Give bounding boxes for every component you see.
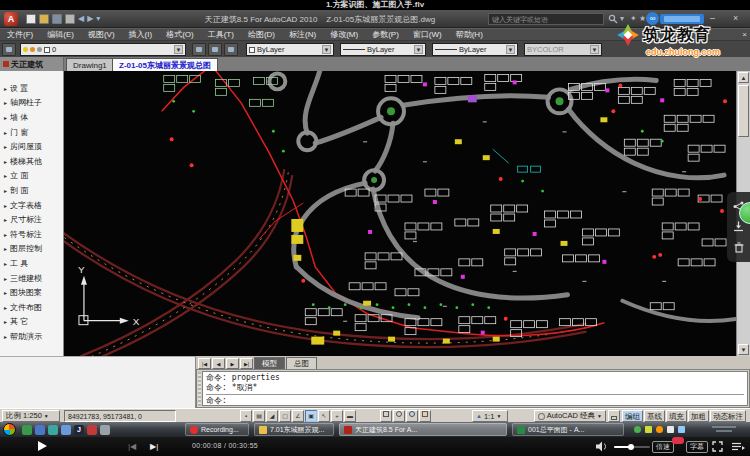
color-combo-arrow-icon[interactable]: ▼ xyxy=(322,45,331,54)
sidebar-item-help-demo[interactable]: ▸帮助演示 xyxy=(0,329,63,344)
speed-button[interactable]: 倍速 xyxy=(652,441,674,453)
sidebar-item-stair-other[interactable]: ▸楼梯其他 xyxy=(0,154,63,169)
layer-combo-arrow-icon[interactable]: ▼ xyxy=(174,45,183,54)
model-space-icon[interactable] xyxy=(380,410,392,422)
sidebar-item-3d-model[interactable]: ▸三维建模 xyxy=(0,271,63,286)
open-file-icon[interactable] xyxy=(39,14,49,24)
bold-toggle[interactable]: 加粗 xyxy=(688,410,709,422)
sidebar-item-file-layout[interactable]: ▸文件布图 xyxy=(0,300,63,315)
menu-view[interactable]: 视图(V) xyxy=(81,29,122,41)
scroll-up-icon[interactable]: ▲ xyxy=(738,72,749,83)
qat-dropdown-icon[interactable]: ▾ xyxy=(96,14,100,24)
command-grip-handle[interactable] xyxy=(198,372,201,407)
scroll-down-icon[interactable]: ▼ xyxy=(738,344,749,355)
start-button-icon[interactable] xyxy=(3,423,16,436)
sidebar-item-door-window[interactable]: ▸门 窗 xyxy=(0,125,63,140)
minimize-button[interactable]: – xyxy=(710,13,715,23)
otrack-toggle[interactable]: ▣ xyxy=(305,410,317,422)
baseline-toggle[interactable]: 基线 xyxy=(644,410,665,422)
menu-tools[interactable]: 工具(T) xyxy=(201,29,241,41)
layer-manager-icon[interactable] xyxy=(2,43,16,56)
menu-format[interactable]: 格式(O) xyxy=(159,29,201,41)
sidebar-item-room-roof[interactable]: ▸房间屋顶 xyxy=(0,139,63,154)
workspace-dropdown[interactable]: AutoCAD 经典 ▼ xyxy=(534,410,606,422)
quick-launch-icon-5[interactable] xyxy=(87,425,97,435)
menu-file[interactable]: 文件(F) xyxy=(0,29,40,41)
menu-insert[interactable]: 插入(I) xyxy=(122,29,160,41)
sidebar-item-wall[interactable]: ▸墙 体 xyxy=(0,110,63,125)
linetype-combo-arrow-icon[interactable]: ▼ xyxy=(414,45,423,54)
trash-icon[interactable] xyxy=(734,242,744,253)
save-icon[interactable] xyxy=(52,14,62,24)
search-input[interactable] xyxy=(488,13,604,25)
download-icon[interactable] xyxy=(733,221,744,232)
next-tab-icon[interactable]: ▶ xyxy=(226,358,239,369)
doc-tab-active-drawing[interactable]: Z-01-05东城丽景景观总图 xyxy=(112,58,218,71)
group-toggle[interactable]: 编组 xyxy=(622,410,643,422)
play-icon[interactable] xyxy=(38,441,47,451)
autocad-logo-icon[interactable]: A xyxy=(4,12,18,26)
sidebar-item-elevation[interactable]: ▸立 面 xyxy=(0,169,63,184)
doc-tab-drawing1[interactable]: Drawing1 xyxy=(66,58,114,71)
playlist-icon[interactable] xyxy=(732,442,745,451)
quick-launch-icon-1[interactable] xyxy=(22,425,32,435)
sidebar-item-section[interactable]: ▸剖 面 xyxy=(0,183,63,198)
quick-launch-icon-2[interactable] xyxy=(35,425,45,435)
snap-toggle[interactable]: ▪ xyxy=(240,410,252,422)
new-file-icon[interactable] xyxy=(26,14,36,24)
volume-slider-handle[interactable] xyxy=(628,444,634,450)
command-prompt[interactable]: 命令: xyxy=(206,396,744,406)
first-tab-icon[interactable]: |◀ xyxy=(198,358,211,369)
sidebar-item-tools[interactable]: ▸工 具 xyxy=(0,256,63,271)
previous-episode-icon[interactable]: |◀ xyxy=(128,442,136,451)
quick-view-icon[interactable] xyxy=(393,410,405,422)
last-tab-icon[interactable]: ▶| xyxy=(240,358,253,369)
model-tab[interactable]: 模型 xyxy=(254,357,285,369)
sidebar-item-layer-control[interactable]: ▸图层控制 xyxy=(0,242,63,257)
command-window[interactable]: 命令: properties 命令: *取消* 命令: xyxy=(196,369,750,408)
tray-icon-green[interactable] xyxy=(634,426,641,433)
quick-launch-icon-3[interactable] xyxy=(48,425,58,435)
menu-modify[interactable]: 修改(M) xyxy=(323,29,365,41)
dynamic-dim-toggle[interactable]: 动态标注 xyxy=(710,410,746,422)
menu-window[interactable]: 窗口(W) xyxy=(406,29,449,41)
make-layer-current-icon[interactable] xyxy=(192,43,206,56)
lineweight-combo[interactable]: ByLayer ▼ xyxy=(432,43,518,56)
menu-edit[interactable]: 编辑(E) xyxy=(40,29,81,41)
prev-tab-icon[interactable]: ◀ xyxy=(212,358,225,369)
menu-help[interactable]: 帮助(H) xyxy=(449,29,490,41)
sidebar-item-axis-grid[interactable]: ▸轴网柱子 xyxy=(0,96,63,111)
taskbar-recording-button[interactable]: Recording... xyxy=(185,423,249,436)
next-episode-icon[interactable]: ▶| xyxy=(150,442,158,451)
sidebar-item-block-pattern[interactable]: ▸图块图案 xyxy=(0,285,63,300)
taskbar-excel-button[interactable]: 001总平面图 - A... xyxy=(512,423,624,436)
menu-draw[interactable]: 绘图(D) xyxy=(241,29,282,41)
osnap-toggle[interactable]: ∠ xyxy=(292,410,304,422)
quick-launch-icon-6[interactable] xyxy=(100,425,110,435)
lineweight-combo-arrow-icon[interactable]: ▼ xyxy=(506,45,515,54)
color-combo[interactable]: ByLayer ▼ xyxy=(246,43,334,56)
tray-shield-icon[interactable] xyxy=(645,426,652,433)
lock-icon[interactable] xyxy=(608,410,620,422)
menu-parametric[interactable]: 参数(P) xyxy=(365,29,406,41)
taskbar-tarch-button[interactable]: 天正建筑8.5 For A... xyxy=(339,423,507,436)
annotation-scale-dropdown[interactable]: ▲ 1:1 ▼ xyxy=(472,410,508,422)
close-button[interactable]: × xyxy=(733,13,738,23)
fullscreen-icon[interactable] xyxy=(712,441,723,452)
sidebar-item-dimension[interactable]: ▸尺寸标注 xyxy=(0,212,63,227)
tray-phone-icon[interactable] xyxy=(656,426,663,433)
dyn-toggle[interactable]: + xyxy=(331,410,343,422)
sidebar-item-symbol[interactable]: ▸符号标注 xyxy=(0,227,63,242)
pan-icon[interactable] xyxy=(419,410,431,422)
tray-network-icon[interactable] xyxy=(678,426,685,433)
sidebar-item-text-table[interactable]: ▸文字表格 xyxy=(0,198,63,213)
scrollbar-thumb[interactable] xyxy=(738,85,749,137)
menu-dimension[interactable]: 标注(N) xyxy=(282,29,323,41)
grid-toggle[interactable]: ▤ xyxy=(253,410,265,422)
redo-icon[interactable]: ▶ xyxy=(87,14,93,24)
linetype-combo[interactable]: ByLayer ▼ xyxy=(340,43,426,56)
drawing-canvas[interactable]: Y X xyxy=(64,71,736,356)
subtitle-button[interactable]: 字幕 xyxy=(686,441,708,453)
zoom-icon[interactable] xyxy=(406,410,418,422)
polar-toggle[interactable]: ▢ xyxy=(279,410,291,422)
